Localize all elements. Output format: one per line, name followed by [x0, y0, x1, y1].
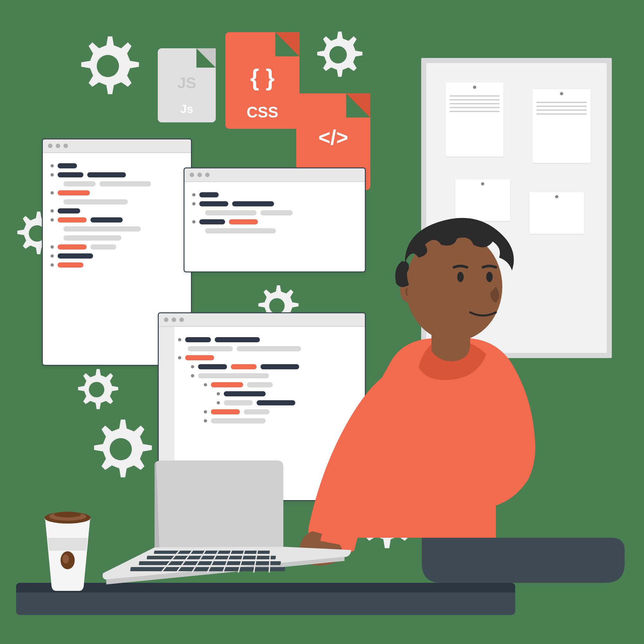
laptop: [97, 457, 354, 592]
window-control-icon: [172, 317, 176, 322]
window-control-icon: [179, 317, 184, 322]
window-control-icon: [190, 173, 194, 177]
svg-point-2: [457, 272, 464, 282]
developer-illustration: JS Js { } CSS </> IL: [0, 0, 644, 644]
window-control-icon: [197, 173, 202, 177]
svg-rect-4: [154, 551, 270, 554]
file-label: CSS: [225, 103, 299, 121]
window-control-icon: [63, 144, 68, 148]
svg-point-19: [54, 512, 81, 517]
window-titlebar: [185, 168, 365, 182]
svg-point-3: [486, 272, 493, 282]
gear-icon: [309, 26, 367, 84]
gear-icon: [71, 29, 145, 103]
svg-point-21: [62, 554, 69, 563]
gear-icon: [71, 364, 122, 415]
file-label: Js: [158, 102, 216, 116]
js-file-icon: JS Js: [158, 48, 216, 122]
css-file-icon: { } CSS: [225, 32, 299, 129]
file-symbol: </>: [296, 126, 370, 149]
window-control-icon: [48, 144, 52, 148]
window-control-icon: [205, 173, 210, 177]
window-control-icon: [56, 144, 60, 148]
file-symbol: { }: [225, 64, 299, 91]
window-control-icon: [164, 317, 168, 322]
svg-rect-6: [139, 561, 281, 565]
window-titlebar: [43, 139, 191, 153]
file-label: JS: [158, 74, 216, 92]
coffee-cup: [35, 502, 100, 592]
